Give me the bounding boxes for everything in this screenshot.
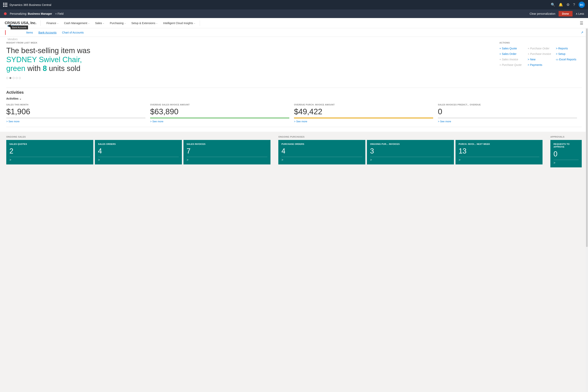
ongoing-sales-label: ONGOING SALES <box>6 136 270 138</box>
stat-value-sales-month: $1,906 <box>6 107 146 116</box>
carousel-dots <box>6 77 492 79</box>
tile-divider <box>98 157 179 157</box>
scrollbar-thumb[interactable] <box>586 28 588 171</box>
tile-value-requests-to-approve: 0 <box>554 150 578 158</box>
action-sales-invoice[interactable]: + Sales Invoice <box>500 57 525 62</box>
activities-header: Activities <box>6 90 582 95</box>
action-payments[interactable]: > Payments <box>528 63 554 67</box>
subnav-item-items[interactable]: Items <box>24 28 36 37</box>
tile-sales-invoices[interactable]: SALES INVOICES 7 > <box>184 140 270 164</box>
tiles-section: ONGOING SALES SALES QUOTES 2 > SALES ORD… <box>0 132 588 171</box>
tile-sales-quotes[interactable]: SALES QUOTES 2 > <box>6 140 93 164</box>
tiles-group-ongoing-sales: ONGOING SALES SALES QUOTES 2 > SALES ORD… <box>6 136 270 168</box>
chevron-down-icon: ⌄ <box>19 97 22 100</box>
action-sales-quote[interactable]: + Sales Quote <box>500 46 525 50</box>
tile-value-sales-orders: 4 <box>98 147 179 155</box>
settings-icon[interactable]: ⚙ <box>566 2 570 7</box>
tile-arrow-icon: > <box>370 158 451 162</box>
done-button[interactable]: Done <box>558 11 572 16</box>
help-icon[interactable]: ? <box>573 3 575 7</box>
stat-bar-sales-predict <box>438 118 577 118</box>
carousel-dot-2[interactable] <box>10 77 11 79</box>
nav-item-sales[interactable]: Sales ⌄ <box>92 18 107 28</box>
top-bar-icons: 🔍 🔔 ⚙ ? BC <box>551 2 585 8</box>
stat-label-overdue-sales: OVERDUE SALES INVOICE AMOUNT <box>150 103 289 106</box>
nav-item-finance[interactable]: Finance ⌄ <box>44 18 61 28</box>
sub-nav: Customers Vendors Bank Accounts ◀ Items … <box>0 28 588 37</box>
avatar[interactable]: BC <box>578 2 585 8</box>
insight-highlight: SYDNEY Swivel Chair, <box>6 56 82 64</box>
less-button[interactable]: ∧ Less <box>576 12 584 15</box>
stat-sales-this-month: SALES THIS MONTH $1,906 > See more <box>6 103 150 123</box>
tile-divider <box>186 157 267 157</box>
stats-row: SALES THIS MONTH $1,906 > See more OVERD… <box>6 103 582 127</box>
see-more-overdue-sales[interactable]: > See more <box>150 120 289 123</box>
carousel-dot-4[interactable] <box>16 77 18 79</box>
insight-number: 8 <box>43 64 47 72</box>
action-excel-reports[interactable]: ▭ Excel Reports <box>556 57 582 62</box>
action-setup[interactable]: > Setup <box>556 52 582 56</box>
tile-sales-orders[interactable]: SALES ORDERS 4 > <box>95 140 182 164</box>
subnav-item-customers[interactable]: Customers <box>5 22 24 30</box>
nav-item-cloud[interactable]: Intelligent Cloud Insights ⌄ <box>160 18 198 28</box>
action-reports[interactable]: > Reports <box>556 46 582 50</box>
main-content: INSIGHT FROM LAST WEEK The best-selling … <box>0 37 588 132</box>
see-more-sales-month[interactable]: > See more <box>6 120 146 123</box>
notification-icon[interactable]: 🔔 <box>558 2 563 7</box>
chevron-icon: ⌄ <box>88 22 90 24</box>
action-sales-order[interactable]: + Sales Order <box>500 52 525 56</box>
stat-bar-overdue-sales <box>150 118 289 118</box>
approvals-tiles: REQUESTS TO APPROVE 0 > <box>550 140 582 168</box>
nav-item-setup[interactable]: Setup & Extensions ⌄ <box>128 18 160 28</box>
expand-icon[interactable]: ↗ <box>581 30 583 34</box>
action-purchase-quote[interactable]: + Purchase Quote <box>500 63 525 67</box>
clear-personalization-button[interactable]: Clear personalization <box>530 12 556 15</box>
chevron-icon: ⌄ <box>124 22 126 24</box>
subnav-item-chart-of-accounts[interactable]: Chart of Accounts <box>60 28 87 37</box>
tile-value-purch-invoi-next-week: 13 <box>459 147 540 155</box>
tile-requests-to-approve[interactable]: REQUESTS TO APPROVE 0 > <box>550 140 582 168</box>
stat-value-overdue-sales: $63,890 <box>150 107 289 116</box>
insight-prefix: The best-selling item was <box>6 46 90 55</box>
nav-separator <box>200 20 200 26</box>
action-purchase-invoice[interactable]: + Purchase Invoice <box>528 52 554 56</box>
ongoing-purchases-tiles: PURCHASE ORDERS 4 > ONGOING PUR... INVOI… <box>278 140 542 164</box>
see-more-sales-predict[interactable]: > See more <box>438 120 577 123</box>
chevron-icon: ⌄ <box>194 22 196 24</box>
carousel-dot-1[interactable] <box>6 77 8 79</box>
chevron-icon: ⌄ <box>103 22 104 24</box>
stat-value-sales-predict: 0 <box>438 107 577 116</box>
stat-label-overdue-purch: OVERDUE PURCH. INVOICE AMOUNT <box>294 103 433 106</box>
tile-divider <box>10 157 90 157</box>
tile-ongoing-pur-invoices[interactable]: ONGOING PUR... INVOICES 3 > <box>367 140 454 164</box>
tile-purch-invoi-next-week[interactable]: PURCH. INVOI... NEXT WEEK 13 > <box>456 140 542 164</box>
hamburger-menu-icon[interactable]: ☰ <box>580 21 583 26</box>
subnav-item-vendors[interactable]: Vendors <box>5 35 24 44</box>
chevron-icon: ⌄ <box>57 22 58 24</box>
nav-item-cash-management[interactable]: Cash Management ⌄ <box>61 18 92 28</box>
content-left: INSIGHT FROM LAST WEEK The best-selling … <box>6 42 492 84</box>
tile-purchase-orders[interactable]: PURCHASE ORDERS 4 > <box>278 140 365 164</box>
waffle-menu[interactable] <box>3 3 7 7</box>
insight-mid2: with <box>28 64 41 72</box>
content-right: ACTIONS + Sales Quote + Purchase Order >… <box>500 42 582 84</box>
content-row: INSIGHT FROM LAST WEEK The best-selling … <box>6 42 582 84</box>
carousel-dot-5[interactable] <box>19 77 21 79</box>
nav-item-purchasing[interactable]: Purchasing ⌄ <box>107 18 128 28</box>
chevron-icon: ⌄ <box>156 22 158 24</box>
add-field-button[interactable]: + Field <box>55 12 64 15</box>
activities-sub[interactable]: Activities ⌄ <box>6 97 582 100</box>
tiles-group-ongoing-purchases: ONGOING PURCHASES PURCHASE ORDERS 4 > ON… <box>278 136 542 168</box>
search-icon[interactable]: 🔍 <box>551 2 555 7</box>
subnav-item-bank-accounts[interactable]: Bank Accounts <box>36 28 60 37</box>
stat-bar-sales-month <box>6 118 146 118</box>
action-purchase-order[interactable]: + Purchase Order <box>528 46 554 50</box>
tile-label-sales-invoices: SALES INVOICES <box>186 143 267 146</box>
action-new[interactable]: > New <box>528 57 554 62</box>
approvals-label: APPROVALS <box>550 136 582 138</box>
tile-value-purchase-orders: 4 <box>282 147 362 155</box>
see-more-overdue-purch[interactable]: > See more <box>294 120 433 123</box>
sub-nav-divider <box>5 30 6 35</box>
carousel-dot-3[interactable] <box>12 77 14 79</box>
stat-bar-overdue-purch <box>294 118 433 118</box>
